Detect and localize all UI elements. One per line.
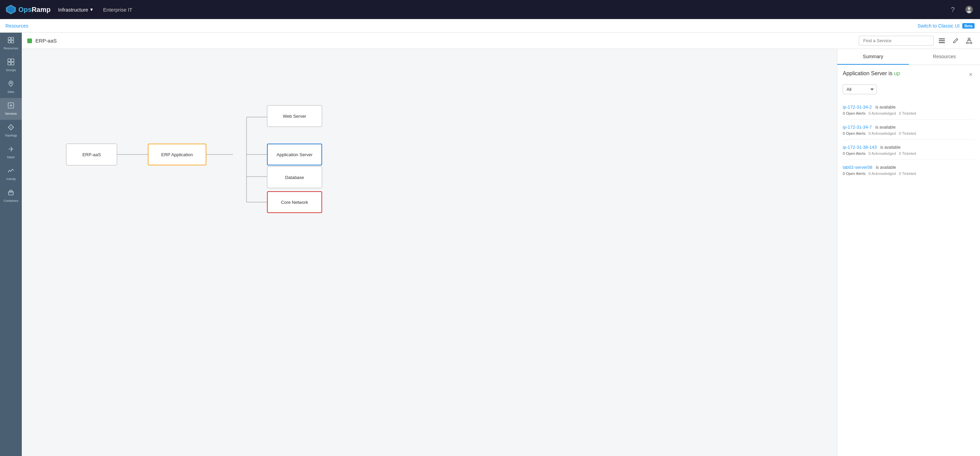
- resource-item: lab02-server08 is available 0 Open Alert…: [843, 160, 975, 180]
- node-web-server[interactable]: Web Server: [267, 105, 322, 127]
- resource-item: ip-172-31-34-7 is available 0 Open Alert…: [843, 120, 975, 140]
- services-icon: [8, 102, 14, 111]
- groups-icon: [8, 59, 14, 67]
- node-application-server[interactable]: Application Server: [267, 144, 322, 165]
- sidebar-item-sites[interactable]: Sites: [0, 76, 22, 98]
- svg-rect-15: [939, 40, 945, 41]
- sidebar-item-services[interactable]: Services: [0, 98, 22, 120]
- infrastructure-dropdown[interactable]: Infrastructure ▾: [54, 5, 96, 14]
- sites-icon: [8, 80, 14, 89]
- logo-text: OpsRamp: [18, 6, 50, 14]
- tab-summary[interactable]: Summary: [837, 49, 909, 65]
- resource-status-2: is available: [880, 145, 900, 150]
- panel-title-service: Application Server: [843, 70, 887, 76]
- topology-header-left: ERP-aaS: [27, 38, 57, 44]
- edit-icon: [952, 38, 959, 44]
- svg-rect-13: [8, 192, 13, 195]
- nav-right: ?: [947, 4, 975, 15]
- switch-classic-link[interactable]: Switch to Classic UI: [917, 23, 959, 29]
- topology-diagram: [22, 49, 837, 456]
- resource-meta-1: 0 Open Alerts 0 Acknowledged 0 Ticketed: [843, 131, 975, 135]
- sidebar-item-groups[interactable]: Groups: [0, 54, 22, 76]
- svg-rect-10: [11, 62, 14, 65]
- resource-status-0: is available: [875, 105, 896, 110]
- sidebar-item-containers[interactable]: Containers: [0, 185, 22, 207]
- svg-rect-3: [8, 37, 11, 40]
- svg-point-1: [968, 7, 970, 10]
- resource-name-1[interactable]: ip-172-31-34-7: [843, 124, 872, 130]
- resource-status-1: is available: [875, 125, 896, 130]
- filter-row: All Active Down: [843, 84, 975, 94]
- topology-area: ERP-aaS ERP Application Web Server Appli…: [22, 49, 980, 456]
- nav-left: OpsRamp Infrastructure ▾ Enterprise IT: [5, 5, 132, 14]
- activity-icon: [8, 167, 14, 176]
- resource-name-0[interactable]: ip-172-31-34-2: [843, 105, 872, 110]
- tab-resources[interactable]: Resources: [909, 49, 980, 65]
- services-label: Services: [5, 112, 17, 116]
- svg-rect-6: [11, 40, 14, 43]
- sites-label: Sites: [8, 90, 14, 94]
- svg-rect-16: [939, 42, 945, 43]
- service-status-dot: [27, 38, 32, 43]
- maint-label: Maint: [7, 156, 14, 159]
- activity-label: Activity: [6, 177, 16, 181]
- top-navigation: OpsRamp Infrastructure ▾ Enterprise IT ?: [0, 0, 980, 19]
- sidebar-item-maint[interactable]: Maint: [0, 141, 22, 163]
- hierarchy-icon: [966, 38, 972, 44]
- svg-rect-9: [11, 59, 14, 62]
- topology-header-right: [859, 35, 975, 46]
- svg-rect-7: [8, 59, 11, 62]
- help-icon[interactable]: ?: [947, 4, 958, 15]
- resources-icon: [8, 37, 14, 45]
- resource-meta-0: 0 Open Alerts 0 Acknowledged 0 Ticketed: [843, 111, 975, 115]
- resource-meta-3: 0 Open Alerts 0 Acknowledged 0 Ticketed: [843, 172, 975, 176]
- list-view-button[interactable]: [936, 35, 947, 46]
- dropdown-chevron-icon: ▾: [90, 6, 93, 13]
- resources-label: Resources: [3, 47, 18, 50]
- logo[interactable]: OpsRamp: [5, 5, 50, 14]
- node-erp-application[interactable]: ERP Application: [148, 144, 206, 165]
- node-erp-aas[interactable]: ERP-aaS: [66, 144, 117, 165]
- list-icon: [939, 38, 945, 43]
- topology-canvas[interactable]: ERP-aaS ERP Application Web Server Appli…: [22, 49, 837, 456]
- svg-point-11: [10, 83, 11, 84]
- beta-badge: Beta: [962, 23, 975, 29]
- subheader-right: Switch to Classic UI Beta: [917, 23, 975, 29]
- sidebar-item-topology[interactable]: Topology: [0, 120, 22, 141]
- resource-meta-2: 0 Open Alerts 0 Acknowledged 0 Ticketed: [843, 151, 975, 156]
- edit-button[interactable]: [950, 35, 961, 46]
- find-service-input[interactable]: [859, 36, 934, 46]
- panel-title: Application Server is up: [843, 70, 900, 76]
- svg-rect-4: [8, 40, 11, 43]
- resource-name-2[interactable]: ip-172-31-38-143: [843, 145, 877, 150]
- svg-rect-18: [966, 42, 969, 44]
- right-panel: Summary Resources Application Server is …: [837, 49, 980, 456]
- user-icon[interactable]: [964, 4, 975, 15]
- panel-title-is: is: [888, 70, 894, 76]
- panel-title-status: up: [894, 70, 900, 76]
- resources-list: ip-172-31-34-2 is available 0 Open Alert…: [843, 100, 975, 180]
- sidebar: Resources Groups Sites Services Topology…: [0, 33, 22, 456]
- hierarchy-button[interactable]: [964, 35, 975, 46]
- user-avatar-icon: [966, 6, 973, 13]
- sidebar-item-activity[interactable]: Activity: [0, 163, 22, 185]
- node-database[interactable]: Database: [267, 167, 322, 188]
- enterprise-label: Enterprise IT: [103, 7, 132, 13]
- groups-label: Groups: [6, 68, 16, 72]
- resource-name-3[interactable]: lab02-server08: [843, 165, 872, 170]
- resources-breadcrumb[interactable]: Resources: [5, 23, 28, 29]
- node-core-network[interactable]: Core Network: [267, 191, 322, 213]
- panel-close-button[interactable]: ×: [967, 70, 975, 79]
- subheader: Resources Switch to Classic UI Beta: [0, 19, 980, 33]
- sidebar-item-resources[interactable]: Resources: [0, 33, 22, 54]
- panel-header: Application Server is up ×: [843, 70, 975, 79]
- infrastructure-label: Infrastructure: [58, 7, 88, 13]
- panel-tabs: Summary Resources: [837, 49, 980, 65]
- filter-select[interactable]: All Active Down: [843, 84, 877, 94]
- topology-label: Topology: [5, 134, 17, 137]
- svg-rect-8: [8, 62, 11, 65]
- svg-rect-14: [939, 38, 945, 40]
- resource-item: ip-172-31-34-2 is available 0 Open Alert…: [843, 100, 975, 120]
- containers-label: Containers: [3, 199, 18, 203]
- containers-icon: [8, 189, 14, 198]
